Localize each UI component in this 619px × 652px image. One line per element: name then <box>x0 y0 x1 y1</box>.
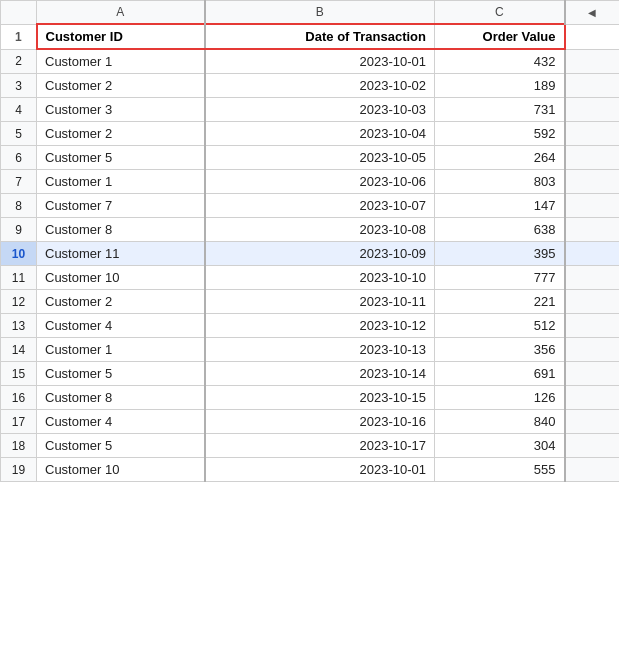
row-num: 7 <box>1 170 37 194</box>
row-num: 6 <box>1 146 37 170</box>
table-row[interactable]: 14Customer 12023-10-13356 <box>1 338 620 362</box>
table-row[interactable]: 10Customer 112023-10-09395 <box>1 242 620 266</box>
customer-id-cell: Customer 4 <box>37 314 205 338</box>
table-row[interactable]: 16Customer 82023-10-15126 <box>1 386 620 410</box>
date-cell: 2023-10-03 <box>205 98 435 122</box>
row-num-1: 1 <box>1 24 37 49</box>
col-d-cell <box>565 218 620 242</box>
order-value-cell: 264 <box>435 146 565 170</box>
table-row[interactable]: 5Customer 22023-10-04592 <box>1 122 620 146</box>
date-cell: 2023-10-08 <box>205 218 435 242</box>
col-a-header[interactable]: A <box>37 1 205 25</box>
col-d-cell <box>565 49 620 74</box>
customer-id-cell: Customer 7 <box>37 194 205 218</box>
customer-id-cell: Customer 10 <box>37 458 205 482</box>
table-row[interactable]: 18Customer 52023-10-17304 <box>1 434 620 458</box>
customer-id-cell: Customer 4 <box>37 410 205 434</box>
date-cell: 2023-10-14 <box>205 362 435 386</box>
col-d-cell <box>565 98 620 122</box>
customer-id-cell: Customer 11 <box>37 242 205 266</box>
table-row[interactable]: 19Customer 102023-10-01555 <box>1 458 620 482</box>
date-cell: 2023-10-02 <box>205 74 435 98</box>
col-d-cell <box>565 170 620 194</box>
spreadsheet: A B C ◀ 1 Customer ID Date of Transactio… <box>0 0 619 482</box>
order-value-cell: 803 <box>435 170 565 194</box>
order-value-cell: 777 <box>435 266 565 290</box>
order-value-cell: 395 <box>435 242 565 266</box>
table-row[interactable]: 12Customer 22023-10-11221 <box>1 290 620 314</box>
date-cell: 2023-10-15 <box>205 386 435 410</box>
row-num: 19 <box>1 458 37 482</box>
table-row[interactable]: 6Customer 52023-10-05264 <box>1 146 620 170</box>
table-row[interactable]: 4Customer 32023-10-03731 <box>1 98 620 122</box>
date-cell: 2023-10-04 <box>205 122 435 146</box>
row-num: 14 <box>1 338 37 362</box>
col-d-cell <box>565 410 620 434</box>
order-value-cell: 189 <box>435 74 565 98</box>
col-d-cell <box>565 434 620 458</box>
corner-cell <box>1 1 37 25</box>
table-row[interactable]: 11Customer 102023-10-10777 <box>1 266 620 290</box>
col-d-cell <box>565 386 620 410</box>
table-row[interactable]: 8Customer 72023-10-07147 <box>1 194 620 218</box>
header-col-d <box>565 24 620 49</box>
order-value-cell: 691 <box>435 362 565 386</box>
header-customer-id: Customer ID <box>37 24 205 49</box>
order-value-cell: 840 <box>435 410 565 434</box>
table-row[interactable]: 7Customer 12023-10-06803 <box>1 170 620 194</box>
row-num: 10 <box>1 242 37 266</box>
scroll-right-icon: ◀ <box>588 7 596 18</box>
customer-id-cell: Customer 2 <box>37 290 205 314</box>
data-header-row: 1 Customer ID Date of Transaction Order … <box>1 24 620 49</box>
table-row[interactable]: 17Customer 42023-10-16840 <box>1 410 620 434</box>
order-value-cell: 555 <box>435 458 565 482</box>
table-row[interactable]: 9Customer 82023-10-08638 <box>1 218 620 242</box>
row-num: 12 <box>1 290 37 314</box>
col-d-cell <box>565 242 620 266</box>
order-value-cell: 126 <box>435 386 565 410</box>
date-cell: 2023-10-06 <box>205 170 435 194</box>
order-value-cell: 512 <box>435 314 565 338</box>
customer-id-cell: Customer 10 <box>37 266 205 290</box>
date-cell: 2023-10-09 <box>205 242 435 266</box>
row-num: 18 <box>1 434 37 458</box>
order-value-cell: 638 <box>435 218 565 242</box>
customer-id-cell: Customer 1 <box>37 49 205 74</box>
customer-id-cell: Customer 3 <box>37 98 205 122</box>
col-d-cell <box>565 290 620 314</box>
row-num: 15 <box>1 362 37 386</box>
col-d-cell <box>565 266 620 290</box>
order-value-cell: 592 <box>435 122 565 146</box>
customer-id-cell: Customer 2 <box>37 74 205 98</box>
table-row[interactable]: 2Customer 12023-10-01432 <box>1 49 620 74</box>
customer-id-cell: Customer 2 <box>37 122 205 146</box>
date-cell: 2023-10-07 <box>205 194 435 218</box>
customer-id-cell: Customer 5 <box>37 434 205 458</box>
col-c-header[interactable]: C <box>435 1 565 25</box>
order-value-cell: 731 <box>435 98 565 122</box>
col-d-cell <box>565 194 620 218</box>
customer-id-cell: Customer 1 <box>37 170 205 194</box>
date-cell: 2023-10-05 <box>205 146 435 170</box>
table-row[interactable]: 13Customer 42023-10-12512 <box>1 314 620 338</box>
order-value-cell: 147 <box>435 194 565 218</box>
customer-id-cell: Customer 1 <box>37 338 205 362</box>
col-d-cell <box>565 338 620 362</box>
date-cell: 2023-10-16 <box>205 410 435 434</box>
customer-id-cell: Customer 8 <box>37 386 205 410</box>
date-cell: 2023-10-10 <box>205 266 435 290</box>
col-d-cell <box>565 362 620 386</box>
date-cell: 2023-10-01 <box>205 49 435 74</box>
date-cell: 2023-10-11 <box>205 290 435 314</box>
table-row[interactable]: 15Customer 52023-10-14691 <box>1 362 620 386</box>
col-b-header[interactable]: B <box>205 1 435 25</box>
row-num: 8 <box>1 194 37 218</box>
header-order-value: Order Value <box>435 24 565 49</box>
row-num: 17 <box>1 410 37 434</box>
col-d-header[interactable]: ◀ <box>565 1 620 25</box>
table-row[interactable]: 3Customer 22023-10-02189 <box>1 74 620 98</box>
row-num: 16 <box>1 386 37 410</box>
customer-id-cell: Customer 5 <box>37 146 205 170</box>
customer-id-cell: Customer 8 <box>37 218 205 242</box>
row-num: 3 <box>1 74 37 98</box>
